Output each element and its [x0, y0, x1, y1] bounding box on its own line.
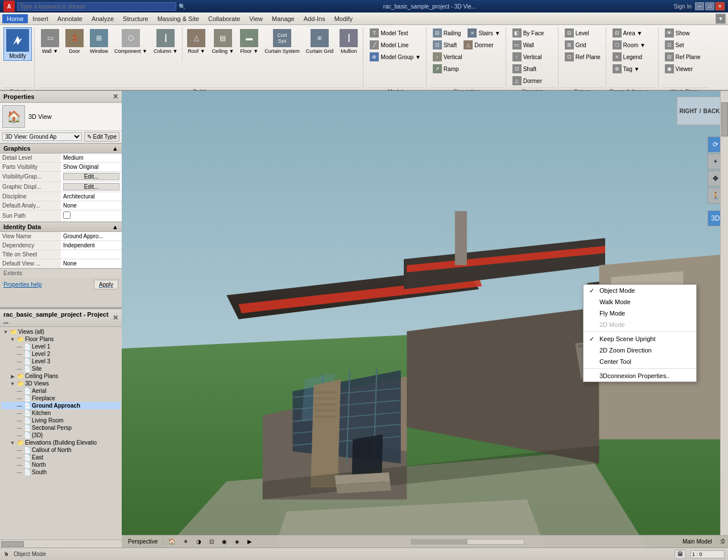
ctx-2d-zoom-direction[interactable]: 2D Zoom Direction [584, 345, 696, 356]
ctx-3dconnexion-properties[interactable]: 3Dconnexion Properties.. [584, 370, 696, 381]
mullion-button[interactable]: ┃ Mullion [337, 27, 361, 56]
viewport-scrollbar-v[interactable] [720, 91, 728, 535]
railing-button[interactable]: ⊟ Railing [430, 27, 464, 39]
modify-button[interactable]: Modify [3, 27, 32, 61]
curtain-system-button[interactable]: Curt Sys Curtain System [262, 27, 303, 56]
menu-item-modify[interactable]: Modify [330, 14, 357, 23]
shaft-button[interactable]: ⊡ Shaft [430, 39, 460, 51]
viewport[interactable]: RIGHT / BACK ⟳ + ✥ 🚶 3D Object Mode Walk… [122, 91, 728, 547]
tree-item-sectional-persp[interactable]: — 📄 Sectional Persp [1, 424, 121, 432]
properties-help-link[interactable]: Properties help [3, 281, 42, 288]
tree-item-floor-plans[interactable]: ▼ 📁 Floor Plans [1, 335, 121, 343]
menu-item-view[interactable]: View [245, 14, 267, 23]
tree-item-level3[interactable]: — 📄 Level 3 [1, 358, 121, 365]
tree-item-level1[interactable]: — 📄 Level 1 [1, 343, 121, 350]
graphic-displ-edit-button[interactable]: Edit... [63, 183, 119, 190]
menu-item-structure[interactable]: Structure [118, 14, 153, 23]
dormer-button[interactable]: △ Dormer [461, 39, 496, 51]
tree-item-3d[interactable]: — 📄 {3D} [1, 432, 121, 439]
component-button[interactable]: ⬡ Component ▼ [111, 27, 150, 56]
menu-item-annotate[interactable]: Annotate [53, 14, 87, 23]
tree-item-north[interactable]: — 📄 North [1, 461, 121, 468]
visibility-edit-button[interactable]: Edit... [63, 173, 119, 180]
scrollbar-thumb-h[interactable] [1, 541, 24, 547]
status-icon-button[interactable]: 🏛 [675, 550, 686, 559]
search-icon[interactable]: 🔍 [179, 3, 185, 10]
tree-item-east[interactable]: — 📄 East [1, 454, 121, 461]
graphic-displ-value[interactable]: Edit... [61, 182, 122, 192]
dormer-opening-button[interactable]: △ Dormer [510, 75, 545, 86]
vp-arrow[interactable]: ▶ [245, 537, 255, 546]
edit-type-button[interactable]: ✎ Edit Type [84, 132, 119, 142]
ramp-button[interactable]: ↗ Ramp [430, 63, 462, 74]
sun-path-value[interactable] [61, 210, 122, 222]
window-button[interactable]: ⊞ Window [87, 27, 111, 56]
tree-item-3d-views[interactable]: ▼ 📁 3D Views [1, 380, 121, 387]
tree-item-ceiling-plans[interactable]: ▶ 📁 Ceiling Plans [1, 372, 121, 380]
tree-item-site[interactable]: — 📄 Site [1, 365, 121, 372]
ctx-object-mode[interactable]: Object Mode [584, 285, 696, 296]
project-browser-scrollbar[interactable] [0, 540, 122, 547]
set-button[interactable]: ⊡ Set [662, 39, 687, 51]
room-button[interactable]: ⬡ Room ▼ [610, 39, 648, 51]
ref-plane-button[interactable]: ⊡ Ref Plane [562, 51, 603, 63]
floor-button[interactable]: ▬ Floor ▼ [237, 27, 261, 56]
nav-cube[interactable]: RIGHT / BACK [677, 97, 722, 125]
menu-item-home[interactable]: Home [2, 14, 28, 23]
legend-button[interactable]: ≡ Legend [610, 51, 645, 63]
search-input[interactable] [17, 2, 176, 11]
tree-item-living-room[interactable]: — 📄 Living Room [1, 417, 121, 424]
tree-item-views-all[interactable]: ▼ 📁 Views (all) [1, 328, 121, 335]
ribbon-toggle-button[interactable]: ▼ [715, 14, 726, 24]
ctx-fly-mode[interactable]: Fly Mode [584, 308, 696, 319]
menu-item-collaborate[interactable]: Collaborate [204, 14, 245, 23]
vertical-button[interactable]: ↑ Vertical [430, 51, 465, 63]
menu-item-massing[interactable]: Massing & Site [153, 14, 204, 23]
tree-item-elevations[interactable]: ▼ 📁 Elevations (Building Elevatio [1, 439, 121, 446]
tag-button[interactable]: ⊕ Tag ▼ [610, 63, 643, 74]
ctx-center-tool[interactable]: Center Tool [584, 356, 696, 367]
discipline-value[interactable]: Architectural [61, 192, 122, 201]
tree-item-callout-north[interactable]: — 📄 Callout of North [1, 446, 121, 454]
ref-plane-wp-button[interactable]: ⊟ Ref Plane [662, 51, 704, 63]
model-line-button[interactable]: ╱ Model Line [367, 39, 411, 51]
tree-item-aerial[interactable]: — 📄 Aerial [1, 387, 121, 395]
menu-item-insert[interactable]: Insert [28, 14, 53, 23]
view-name-dropdown[interactable]: 3D View: Ground Ap [2, 132, 82, 141]
sun-path-checkbox[interactable] [63, 211, 71, 219]
sign-in-link[interactable]: Sign In [674, 3, 692, 10]
renderinfo-button[interactable]: ◉ [219, 537, 230, 546]
wall-button[interactable]: ▭ Wall ▼ [38, 27, 62, 56]
model-graphics-button[interactable]: ◈ [232, 537, 242, 546]
tree-item-south[interactable]: — 📄 South [1, 468, 121, 476]
visual-style-button[interactable]: 🏠 [166, 537, 178, 546]
model-text-button[interactable]: T Model Text [367, 27, 411, 39]
tree-item-kitchen[interactable]: — 📄 Kitchen [1, 409, 121, 417]
curtain-grid-button[interactable]: ⊞ Curtain Grid [303, 27, 337, 56]
main-model-button[interactable]: Main Model [680, 537, 715, 546]
tree-item-ground-approach[interactable]: — 📄 Ground Approach [1, 402, 121, 409]
grid-button[interactable]: ⊞ Grid [562, 39, 589, 51]
vertical-opening-button[interactable]: ↑ Vertical [510, 51, 545, 63]
detail-level-value[interactable]: Medium [61, 154, 122, 163]
scrollbar-thumb-v[interactable] [721, 102, 728, 136]
show-button[interactable]: 👁 Show [662, 27, 693, 39]
menu-item-manage[interactable]: Manage [267, 14, 299, 23]
minimize-button[interactable]: ─ [695, 2, 704, 10]
tree-item-fireplace[interactable]: — 📄 Fireplace [1, 395, 121, 402]
crop-region-toggle[interactable]: ⊡ [206, 537, 217, 546]
ctx-keep-scene-upright[interactable]: Keep Scene Upright [584, 333, 696, 345]
column-button[interactable]: ┃ Column ▼ [151, 27, 180, 56]
maximize-button[interactable]: □ [705, 2, 714, 10]
by-face-button[interactable]: ◧ By Face [510, 27, 547, 39]
default-view-value[interactable]: None [61, 259, 122, 268]
identity-data-section-header[interactable]: Identity Data ▲ [0, 222, 122, 232]
menu-item-addins[interactable]: Add-Ins [299, 14, 330, 23]
view-slider-thumb[interactable] [411, 540, 468, 544]
view-slider[interactable] [411, 539, 524, 545]
ceiling-button[interactable]: ▤ Ceiling ▼ [209, 27, 237, 56]
menu-item-analyze[interactable]: Analyze [87, 14, 118, 23]
graphics-section-header[interactable]: Graphics ▲ [0, 143, 122, 154]
viewer-button[interactable]: ◉ Viewer [662, 63, 696, 74]
stairs-button[interactable]: ≡ Stairs ▼ [465, 27, 503, 39]
